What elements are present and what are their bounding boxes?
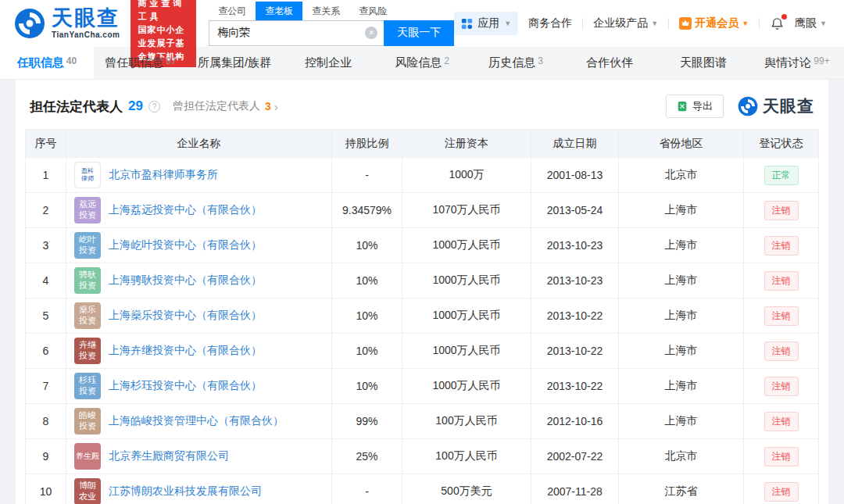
company-cell: 盈科律师北京市盈科律师事务所 [66, 158, 332, 193]
tianyancha-logo[interactable]: 天眼查 TianYanCha.com [14, 8, 120, 39]
province-region: 上海市 [619, 334, 744, 369]
nav-tab[interactable]: 风险信息2 [375, 47, 469, 79]
table-body: 1盈科律师北京市盈科律师事务所-1000万2001-08-13北京市正常2荔远投… [26, 158, 819, 504]
table-row: 4骋耿投资上海骋耿投资中心（有限合伙）10%1000万人民币2013-10-23… [26, 263, 819, 298]
nav-tab-label: 控制企业 [305, 55, 352, 70]
row-index: 6 [26, 334, 66, 369]
logo-subtitle: TianYanCha.com [52, 30, 120, 39]
chevron-down-icon: ▼ [651, 20, 658, 27]
notifications-bell[interactable] [770, 16, 785, 31]
company-cell: 荔远投资上海荔远投资中心（有限合伙） [66, 193, 332, 228]
company-link[interactable]: 上海皓峻投资管理中心（有限合伙） [109, 414, 284, 428]
crown-icon [679, 17, 692, 30]
nav-tab[interactable]: 任职信息40 [0, 47, 94, 79]
search-button[interactable]: 天眼一下 [384, 20, 454, 46]
company-avatar: 卉继投资 [74, 338, 101, 364]
company-cell: 皓峻投资上海皓峻投资管理中心（有限合伙） [66, 404, 332, 439]
table-row: 7杉珏投资上海杉珏投资中心（有限合伙）10%1000万人民币2013-10-22… [26, 369, 819, 404]
table-row: 3屹叶投资上海屹叶投资中心（有限合伙）10%1000万人民币2013-10-23… [26, 228, 819, 263]
help-question-icon[interactable]: ? [148, 101, 160, 113]
nav-tab[interactable]: 所属集团/族群 [188, 47, 281, 79]
nav-tab[interactable]: 舆情讨论99+ [750, 47, 844, 79]
nav-tab-label: 天眼图谱 [680, 55, 727, 70]
nav-tab[interactable]: 天眼图谱 [656, 47, 750, 79]
established-date: 2013-10-22 [531, 334, 619, 369]
company-avatar: 养生殿 [74, 443, 101, 470]
slogan-line1: 都在用的商业查询工具 [138, 0, 189, 23]
column-header: 登记状态 [744, 130, 819, 158]
divider [668, 18, 669, 30]
eagle-eye-menu[interactable]: 鹰眼 ▼ [795, 16, 827, 30]
shareholding-ratio: 99% [332, 404, 402, 439]
apps-menu[interactable]: 应用 ▼ [454, 12, 518, 35]
clear-search-icon[interactable]: ✕ [365, 27, 377, 39]
status-badge: 注销 [764, 482, 799, 502]
nav-tab-count: 99+ [814, 55, 829, 66]
province-region: 上海市 [619, 404, 744, 439]
registered-capital: 1000万人民币 [402, 334, 531, 369]
apps-grid-icon [461, 18, 473, 30]
nav-tab-count: 40 [66, 55, 77, 66]
nav-tab-count: 2 [444, 55, 449, 66]
table-row: 5燊乐投资上海燊乐投资中心（有限合伙）10%1000万人民币2013-10-22… [26, 298, 819, 334]
search-tab[interactable]: 查老板 [256, 2, 302, 20]
search-tab[interactable]: 查风险 [349, 2, 396, 20]
company-link[interactable]: 上海燊乐投资中心（有限合伙） [109, 309, 262, 323]
nav-tab-label: 风险信息 [395, 55, 442, 70]
nav-tab[interactable]: 控制企业 [281, 47, 375, 79]
row-index: 7 [26, 369, 66, 404]
export-label: 导出 [692, 99, 713, 113]
established-date: 2002-07-22 [531, 439, 619, 474]
row-index: 2 [26, 193, 66, 228]
company-link[interactable]: 上海屹叶投资中心（有限合伙） [109, 238, 262, 252]
company-link[interactable]: 北京养生殿商贸有限公司 [109, 449, 229, 463]
search-input[interactable] [209, 20, 384, 46]
registered-capital: 1000万人民币 [402, 228, 531, 263]
status-badge: 注销 [764, 412, 799, 431]
business-cooperation-link[interactable]: 商务合作 [528, 16, 572, 30]
company-link[interactable]: 上海荔远投资中心（有限合伙） [109, 203, 262, 217]
company-link[interactable]: 北京市盈科律师事务所 [109, 168, 218, 182]
chevron-right-icon: › [274, 100, 278, 113]
table-row: 9养生殿北京养生殿商贸有限公司25%100万人民币2002-07-22北京市注销 [26, 439, 819, 474]
divider [582, 18, 583, 30]
row-index: 3 [26, 228, 66, 263]
province-region: 上海市 [619, 369, 744, 404]
company-avatar: 杉珏投资 [74, 373, 101, 399]
nav-tab-count: 97 [166, 55, 176, 66]
table-row: 6卉继投资上海卉继投资中心（有限合伙）10%1000万人民币2013-10-22… [26, 334, 819, 369]
company-cell: 骋耿投资上海骋耿投资中心（有限合伙） [66, 263, 332, 298]
search-tab[interactable]: 查公司 [209, 2, 256, 20]
nav-tab[interactable]: 曾任职信息97 [94, 47, 188, 79]
company-link[interactable]: 上海卉继投资中心（有限合伙） [109, 344, 262, 358]
row-index: 9 [26, 439, 66, 474]
former-representative-link[interactable]: 曾担任法定代表人 3 › [173, 99, 278, 113]
table-row: 10博朗农业江苏博朗农业科技发展有限公司-500万美元2007-11-28江苏省… [26, 474, 819, 504]
search-area: 查公司查老板查关系查风险 ✕ 天眼一下 [209, 2, 454, 46]
company-link[interactable]: 上海骋耿投资中心（有限合伙） [109, 273, 262, 288]
nav-tab-label: 所属集团/族群 [198, 55, 271, 70]
table-row: 8皓峻投资上海皓峻投资管理中心（有限合伙）99%100万人民币2012-10-1… [26, 404, 819, 439]
chevron-down-icon: ▼ [820, 20, 827, 27]
status-badge: 注销 [764, 271, 799, 291]
enterprise-products-menu[interactable]: 企业级产品 ▼ [593, 16, 658, 30]
established-date: 2001-08-13 [531, 158, 619, 193]
top-header: 天眼查 TianYanCha.com 都在用的商业查询工具 国家中小企业发展子基… [0, 0, 844, 47]
search-tab[interactable]: 查关系 [302, 2, 349, 20]
nav-tab[interactable]: 合作伙伴 [563, 47, 656, 79]
company-link[interactable]: 江苏博朗农业科技发展有限公司 [109, 484, 262, 499]
status-badge: 注销 [764, 201, 799, 220]
company-cell: 屹叶投资上海屹叶投资中心（有限合伙） [66, 228, 332, 263]
shareholding-ratio: 25% [332, 439, 402, 474]
registered-capital: 500万美元 [402, 474, 531, 504]
registered-capital: 1070万人民币 [402, 193, 531, 228]
export-button[interactable]: 导出 [666, 95, 724, 118]
status-badge: 正常 [764, 166, 799, 185]
company-link[interactable]: 上海杉珏投资中心（有限合伙） [109, 379, 262, 393]
status-cell: 注销 [744, 298, 819, 334]
company-cell: 卉继投资上海卉继投资中心（有限合伙） [66, 334, 332, 369]
status-cell: 注销 [744, 334, 819, 369]
nav-tab[interactable]: 历史信息3 [469, 47, 563, 79]
vip-upgrade-menu[interactable]: 开通会员 ▼ [679, 16, 749, 30]
established-date: 2013-10-22 [531, 369, 619, 404]
